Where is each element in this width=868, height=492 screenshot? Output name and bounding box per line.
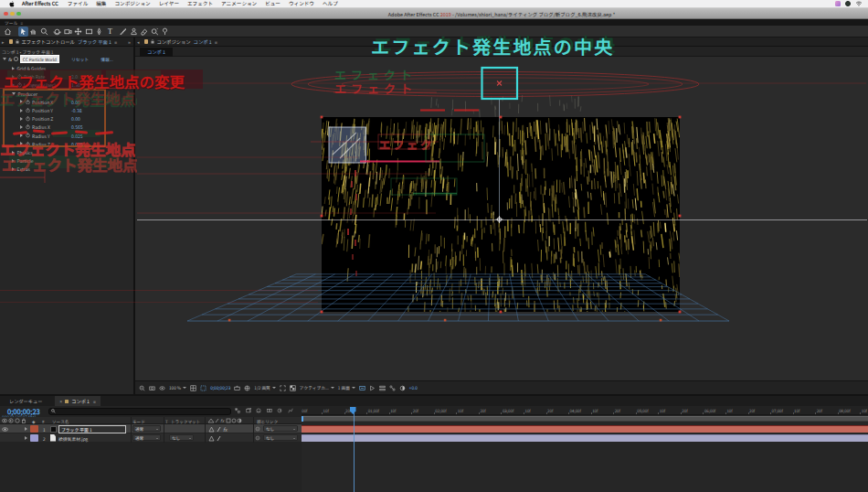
layer-switches[interactable]: fx — [208, 426, 236, 433]
ruler-label[interactable]: 10f — [660, 408, 665, 413]
lock-icon[interactable] — [16, 39, 19, 44]
tab-comp1[interactable]: × コンポ 1 ≡ — [55, 396, 101, 406]
camera-select[interactable]: アクティブカ... — [300, 385, 329, 390]
column-separator[interactable] — [164, 417, 164, 443]
ruler-label[interactable]: 02;00f — [435, 408, 446, 413]
roto-brush-tool[interactable] — [150, 27, 160, 37]
ruler-label[interactable]: 10f — [794, 408, 799, 413]
composition-panel-header[interactable]: ◂ コンポジション コンポ 1 ≡ — [135, 37, 868, 47]
reset-exposure-icon[interactable] — [399, 385, 406, 391]
viewer-tab-comp1[interactable]: コンポ 1 — [140, 48, 173, 57]
ruler-label[interactable]: 10f — [323, 408, 329, 413]
snapshot-icon[interactable] — [149, 385, 155, 391]
ruler-label[interactable]: 20f — [547, 408, 553, 413]
panel-divider-vertical[interactable] — [133, 37, 135, 394]
selection-tool[interactable] — [18, 27, 28, 37]
view-layout-select[interactable]: 1 画面 — [338, 385, 350, 390]
show-snapshot-icon[interactable] — [159, 385, 165, 391]
layer-label-chip[interactable] — [30, 425, 38, 433]
col-mode[interactable]: モード — [132, 419, 145, 424]
tools-tab-menu-icon[interactable]: ≡ — [20, 19, 23, 26]
layer-name[interactable]: ブラック 平面 1 — [58, 425, 126, 433]
close-icon[interactable]: × — [59, 398, 62, 404]
menu-item[interactable]: ウィンドウ — [289, 0, 314, 7]
twirl-down-icon[interactable] — [3, 58, 6, 60]
pen-tool[interactable] — [94, 27, 104, 37]
ruler-label[interactable]: 08;00f — [839, 408, 850, 413]
ruler-label[interactable]: 20f — [682, 408, 687, 413]
menu-item[interactable]: レイヤー — [159, 0, 179, 7]
menu-item[interactable]: 編集 — [96, 0, 106, 7]
ruler-label[interactable]: 05;00f — [637, 408, 648, 413]
layer-duration-bar[interactable] — [302, 434, 868, 442]
mode-dropdown[interactable]: 通常 — [132, 425, 161, 432]
effect-controls-panel-header[interactable]: ▸ エフェクトコントロール ブラック 平面 1 ≡ » — [0, 37, 133, 47]
column-separator[interactable] — [205, 417, 206, 443]
eraser-tool[interactable] — [139, 27, 149, 37]
home-tool[interactable] — [3, 27, 13, 37]
col-trkmat[interactable]: トラックマット — [171, 419, 200, 424]
ruler-label[interactable]: 10f — [525, 408, 531, 413]
zoom-out-icon[interactable] — [139, 385, 145, 391]
timeline-graph-area[interactable]: :00f10f20f01;00f10f20f02;00f10f20f03;00f… — [302, 406, 868, 492]
menu-item[interactable]: コンポジション — [114, 0, 150, 7]
trkmat-dropdown[interactable]: なし — [169, 434, 194, 441]
zoom-tool[interactable] — [39, 27, 49, 37]
parent-pickwhip-icon[interactable] — [255, 426, 260, 432]
checkerboard-icon[interactable] — [290, 385, 296, 391]
wifi-icon[interactable] — [855, 1, 863, 6]
ruler-label[interactable]: 20f — [749, 408, 755, 413]
graph-editor-icon[interactable] — [288, 408, 293, 413]
panel-menu-icon[interactable]: ≡ — [114, 38, 117, 46]
timeline-jump-icon[interactable] — [379, 385, 386, 391]
preview-time[interactable]: 0;00;00;23 — [210, 385, 230, 390]
menu-item[interactable]: ビュー — [265, 0, 281, 7]
grid-guides-icon[interactable] — [190, 385, 196, 391]
menu-item[interactable]: アニメーション — [221, 0, 257, 7]
camera-tool[interactable] — [63, 27, 73, 37]
hand-tool[interactable] — [28, 27, 38, 37]
tools-panel-tab[interactable]: ツール ≡ — [0, 19, 868, 26]
effect-entry-row[interactable]: fx CC Particle World リセット 情報... — [0, 55, 133, 63]
panel-collapse-icon[interactable]: ◂ — [137, 38, 140, 45]
menu-app-name[interactable]: After Effects CC — [22, 0, 58, 7]
mask-shape-tool[interactable] — [84, 27, 94, 37]
column-separator[interactable] — [253, 417, 254, 443]
ruler-label[interactable]: :00f — [302, 408, 308, 413]
ruler-label[interactable]: 20f — [615, 408, 620, 413]
eye-visibility-icon[interactable] — [2, 427, 8, 432]
column-separator[interactable] — [131, 417, 132, 443]
region-of-interest-icon[interactable] — [280, 385, 286, 391]
capture-icon[interactable] — [234, 385, 240, 391]
about-link[interactable]: 情報... — [101, 56, 113, 62]
traffic-light-close[interactable] — [4, 12, 8, 16]
menu-item[interactable]: ファイル — [68, 0, 88, 7]
flowchart-icon[interactable] — [389, 385, 396, 391]
tab-render-queue[interactable]: レンダーキュー — [9, 398, 42, 404]
lock-icon[interactable] — [151, 39, 154, 44]
apple-logo-icon[interactable] — [9, 1, 15, 7]
traffic-light-zoom[interactable] — [16, 12, 21, 16]
ruler-label[interactable]: 10f — [458, 408, 463, 413]
layer-twirl-icon[interactable] — [25, 436, 27, 440]
ruler-label[interactable]: 10f — [592, 408, 598, 413]
panel-menu-icon[interactable]: ≡ — [93, 398, 96, 404]
traffic-light-minimize[interactable] — [10, 12, 15, 16]
composition-viewport[interactable] — [135, 57, 868, 380]
flowchart-icon[interactable] — [235, 408, 240, 413]
layer-row-2[interactable]: 2給排気素材.jpg通常なしなし — [0, 433, 302, 443]
layer-switches[interactable] — [208, 435, 236, 442]
layer-label-chip[interactable] — [30, 434, 38, 442]
col-parent-link[interactable]: 親とリンク — [257, 419, 278, 424]
frame-blend-icon[interactable] — [267, 408, 272, 413]
panel-collapse-icon[interactable]: ▸ — [2, 38, 5, 45]
pixel-aspect-icon[interactable] — [359, 385, 365, 391]
ruler-label[interactable]: 20f — [817, 408, 822, 413]
parent-pickwhip-icon[interactable] — [255, 435, 260, 441]
panel-menu-icon[interactable]: ≡ — [215, 38, 217, 46]
pan-behind-tool[interactable] — [73, 27, 83, 37]
col-number[interactable]: # — [42, 419, 45, 424]
col-source-name[interactable]: ソース名 — [52, 419, 69, 424]
ruler-label[interactable]: 10f — [390, 408, 396, 413]
menu-item[interactable]: エフェクト — [187, 0, 213, 7]
